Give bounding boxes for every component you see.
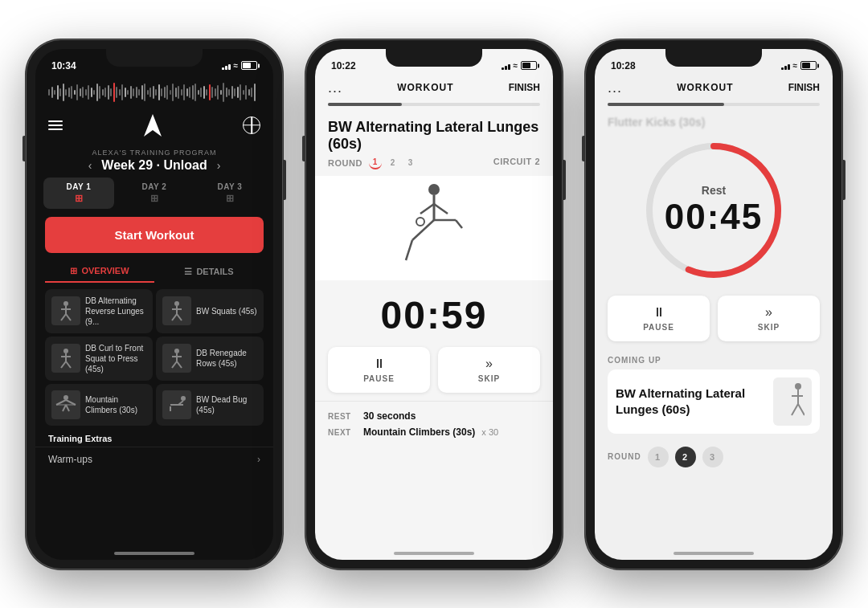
workout-progress-bar-3 [595, 103, 833, 112]
day-icon-2: ⊞ [122, 193, 186, 204]
pause-icon-3: ⏸ [653, 305, 665, 320]
svg-point-27 [181, 396, 186, 401]
coming-up-section: COMING UP BW Alternating Lateral Lunges … [595, 349, 833, 440]
coming-up-thumb [773, 377, 812, 426]
overview-tab[interactable]: ⊞ OVERVIEW [45, 261, 154, 283]
rest-timer-circle: Rest 00:45 [641, 138, 786, 283]
timer-display-2: 00:59 [315, 287, 553, 347]
view-tabs: ⊞ OVERVIEW ☰ DETAILS [35, 261, 273, 283]
next-week-arrow[interactable]: › [217, 159, 221, 172]
phone-3: 10:28 ≈ ... WORKOUT FINISH [585, 39, 842, 569]
day-tab-3[interactable]: DAY 3 ⊞ [194, 178, 265, 209]
rest-row: REST 30 seconds [328, 408, 540, 424]
round-label-3: ROUND [608, 452, 641, 461]
round-numbers: 1 2 3 [369, 157, 417, 169]
finish-button-3[interactable]: FINISH [788, 82, 820, 93]
svg-line-10 [177, 314, 182, 320]
workout-info: REST 30 seconds NEXT Mountain Climbers (… [315, 401, 553, 447]
phone-1: 10:34 ≈ [26, 39, 283, 569]
program-header: ALEXA'S TRAINING PROGRAM ‹ Week 29 · Unl… [35, 145, 273, 178]
rest-timer-container: Rest 00:45 [595, 132, 833, 296]
pause-button-2[interactable]: ⏸ PAUSE [328, 347, 430, 393]
phone2-topnav: ... WORKOUT FINISH [315, 76, 553, 103]
round-info: ROUND 1 2 3 CIRCUIT 2 [315, 157, 553, 176]
exercise-card-4[interactable]: Mountain Climbers (30s) [45, 384, 153, 426]
pause-icon-2: ⏸ [373, 357, 386, 371]
phone-2: 10:22 ≈ ... WORKOUT FINISH [305, 39, 563, 569]
notch-3 [665, 49, 762, 67]
day-tab-2[interactable]: DAY 2 ⊞ [119, 178, 190, 209]
phone-1-screen: 10:34 ≈ [35, 49, 273, 560]
pause-label-3: PAUSE [643, 323, 674, 332]
exercise-card-1[interactable]: BW Squats (45s) [156, 289, 264, 333]
signal-icon-3 [781, 62, 790, 70]
menu-dots-button[interactable]: ... [328, 80, 342, 96]
workout-title: WORKOUT [397, 82, 453, 93]
v-logo [141, 112, 164, 139]
rest-label: REST [328, 412, 357, 421]
details-list-icon: ☰ [184, 267, 192, 277]
round-label: ROUND [328, 158, 362, 168]
home-bar-2 [394, 552, 474, 555]
svg-point-11 [63, 349, 68, 353]
workout-title-3: WORKOUT [677, 82, 733, 93]
exercise-name-4: Mountain Climbers (30s) [85, 394, 146, 415]
svg-line-38 [456, 220, 462, 228]
svg-line-15 [66, 361, 71, 368]
start-workout-button[interactable]: Start Workout [45, 217, 264, 253]
week-nav: ‹ Week 29 · Unload › [48, 158, 260, 173]
exercise-card-5[interactable]: BW Dead Bug (45s) [156, 384, 264, 426]
skip-icon-2: » [485, 357, 493, 371]
svg-point-42 [795, 383, 801, 390]
svg-line-9 [172, 314, 177, 320]
svg-line-33 [420, 204, 434, 214]
notch-2 [386, 49, 482, 67]
workout-progress-bar [315, 103, 553, 112]
pause-button-3[interactable]: ⏸ PAUSE [608, 296, 710, 341]
phone3-topnav: ... WORKOUT FINISH [595, 76, 833, 103]
next-label: NEXT [328, 428, 357, 437]
phone-2-screen: 10:22 ≈ ... WORKOUT FINISH [315, 49, 553, 560]
warmup-item[interactable]: Warm-ups › [35, 447, 273, 471]
exercise-name-1: BW Squats (45s) [196, 306, 257, 316]
hamburger-icon[interactable] [48, 120, 63, 130]
wifi-icon-2: ≈ [514, 61, 518, 70]
status-time-3: 10:28 [611, 60, 636, 71]
details-tab[interactable]: ☰ DETAILS [154, 261, 264, 283]
svg-line-36 [406, 240, 412, 260]
svg-line-5 [66, 314, 71, 320]
warmup-label: Warm-ups [48, 454, 92, 465]
round-circle-3: 3 [702, 447, 723, 467]
exercise-card-2[interactable]: DB Curl to Front Squat to Press (45s) [45, 337, 153, 381]
svg-line-22 [66, 400, 76, 405]
day-tab-1[interactable]: DAY 1 ⊞ [43, 178, 114, 209]
round-num-3: 3 [404, 157, 417, 169]
globe-icon[interactable] [243, 116, 260, 134]
next-count: x 30 [481, 427, 498, 437]
svg-point-1 [63, 301, 68, 306]
signal-icon-2 [502, 62, 510, 70]
svg-point-39 [416, 218, 424, 226]
skip-button-2[interactable]: » SKIP [438, 347, 540, 393]
skip-icon-3: » [765, 305, 772, 320]
control-buttons-2: ⏸ PAUSE » SKIP [315, 347, 553, 401]
prev-week-arrow[interactable]: ‹ [88, 159, 92, 172]
svg-marker-0 [144, 114, 162, 137]
svg-point-16 [174, 349, 179, 353]
menu-dots-button-3[interactable]: ... [608, 80, 622, 96]
svg-point-31 [428, 184, 440, 195]
day-icon-1: ⊞ [47, 193, 111, 204]
control-buttons-3: ⏸ PAUSE » SKIP [595, 296, 833, 349]
phone-3-screen: 10:28 ≈ ... WORKOUT FINISH [595, 49, 833, 560]
exercise-name-3: DB Renegade Rows (45s) [196, 348, 257, 369]
exercise-image-2 [315, 176, 553, 280]
svg-line-25 [63, 405, 66, 411]
finish-button[interactable]: FINISH [509, 82, 540, 93]
exercise-card-0[interactable]: DB Alternating Reverse Lunges (9... [45, 289, 153, 333]
exercise-name-0: DB Alternating Reverse Lunges (9... [85, 296, 146, 327]
round-circles: ROUND 1 2 3 [595, 440, 833, 474]
exercise-card-3[interactable]: DB Renegade Rows (45s) [156, 337, 264, 381]
exercise-thumb-0 [51, 296, 80, 325]
skip-button-3[interactable]: » SKIP [718, 296, 820, 341]
coming-up-label: COMING UP [608, 356, 820, 365]
